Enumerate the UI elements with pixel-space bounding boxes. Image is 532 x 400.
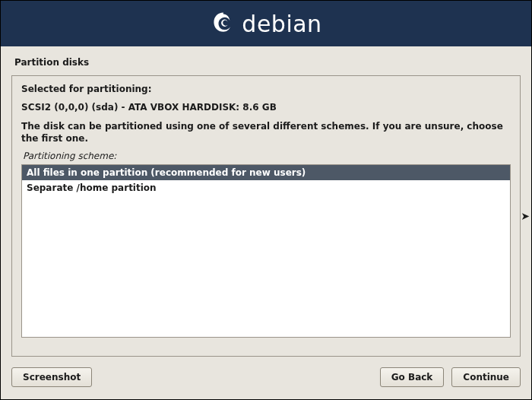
cursor-icon: ➤ — [521, 210, 530, 222]
debian-logo: debian — [210, 10, 321, 37]
disk-info: SCSI2 (0,0,0) (sda) - ATA VBOX HARDDISK:… — [21, 102, 511, 113]
partition-scheme-list[interactable]: All files in one partition (recommended … — [21, 164, 511, 338]
page-title: Partition disks — [1, 46, 531, 72]
section-heading: Selected for partitioning: — [21, 84, 511, 94]
continue-button[interactable]: Continue — [451, 367, 521, 387]
goback-button[interactable]: Go Back — [380, 367, 445, 387]
list-item[interactable]: All files in one partition (recommended … — [22, 165, 510, 180]
main-panel: Selected for partitioning: SCSI2 (0,0,0)… — [11, 75, 521, 357]
list-item[interactable]: Separate /home partition — [22, 180, 510, 195]
header-banner: debian — [1, 1, 531, 46]
scheme-label: Partitioning scheme: — [21, 151, 511, 161]
description-text: The disk can be partitioned using one of… — [21, 120, 511, 144]
screenshot-button[interactable]: Screenshot — [11, 367, 92, 387]
debian-swirl-icon — [210, 10, 237, 37]
brand-text: debian — [242, 11, 321, 37]
button-row: Screenshot Go Back Continue — [1, 363, 531, 395]
